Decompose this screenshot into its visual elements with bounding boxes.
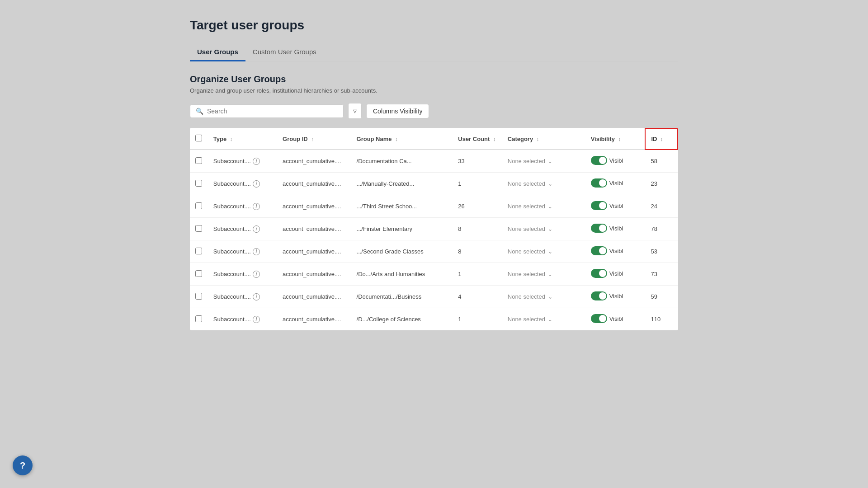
- toggle-switch[interactable]: [591, 269, 607, 278]
- row-category-cell[interactable]: None selected ⌄: [502, 173, 585, 195]
- visibility-toggle[interactable]: Visibl: [591, 178, 623, 188]
- row-group-name-cell: /Do.../Arts and Humanities: [351, 263, 453, 286]
- table-row: Subaccount.... i account_cumulative.... …: [190, 173, 678, 195]
- category-sort-icon: ↕: [537, 136, 539, 142]
- row-checkbox-cell[interactable]: [190, 286, 208, 308]
- header-id[interactable]: ID ↕: [645, 128, 678, 150]
- visibility-toggle[interactable]: Visibl: [591, 224, 623, 233]
- row-checkbox-cell[interactable]: [190, 218, 208, 240]
- row-category-cell[interactable]: None selected ⌄: [502, 240, 585, 263]
- row-group-name-cell: .../Manually-Created...: [351, 173, 453, 195]
- row-category-cell[interactable]: None selected ⌄: [502, 195, 585, 218]
- header-type[interactable]: Type ↕: [208, 128, 277, 150]
- row-checkbox[interactable]: [195, 315, 202, 322]
- type-value: Subaccount....: [213, 158, 251, 164]
- row-checkbox-cell[interactable]: [190, 150, 208, 173]
- row-category-cell[interactable]: None selected ⌄: [502, 150, 585, 173]
- type-value: Subaccount....: [213, 180, 251, 187]
- row-checkbox[interactable]: [195, 180, 202, 187]
- category-dropdown-arrow[interactable]: ⌄: [548, 316, 552, 323]
- row-id-cell: 110: [645, 308, 678, 331]
- row-checkbox[interactable]: [195, 248, 202, 254]
- category-dropdown-arrow[interactable]: ⌄: [548, 294, 552, 300]
- tab-custom-user-groups[interactable]: Custom User Groups: [245, 43, 324, 61]
- header-group-name[interactable]: Group Name ↕: [351, 128, 453, 150]
- header-user-count[interactable]: User Count ↕: [453, 128, 502, 150]
- category-dropdown-arrow[interactable]: ⌄: [548, 226, 552, 232]
- info-icon[interactable]: i: [253, 180, 260, 188]
- toggle-switch[interactable]: [591, 178, 607, 188]
- row-type-cell: Subaccount.... i: [208, 263, 277, 286]
- category-value: None selected: [508, 203, 545, 210]
- visibility-toggle[interactable]: Visibl: [591, 246, 623, 255]
- search-box: 🔍: [190, 104, 344, 118]
- visibility-toggle[interactable]: Visibl: [591, 291, 623, 300]
- row-type-cell: Subaccount.... i: [208, 286, 277, 308]
- visibility-toggle[interactable]: Visibl: [591, 156, 623, 165]
- visibility-label: Visibl: [609, 248, 623, 254]
- columns-visibility-button[interactable]: Columns Visibility: [366, 104, 429, 118]
- row-checkbox-cell[interactable]: [190, 173, 208, 195]
- section-description: Organize and group user roles, instituti…: [190, 87, 678, 94]
- info-icon[interactable]: i: [253, 158, 260, 165]
- tab-user-groups[interactable]: User Groups: [190, 43, 245, 61]
- row-checkbox-cell[interactable]: [190, 195, 208, 218]
- row-category-cell[interactable]: None selected ⌄: [502, 308, 585, 331]
- category-dropdown-arrow[interactable]: ⌄: [548, 203, 552, 210]
- row-user-count-cell: 33: [453, 150, 502, 173]
- toggle-switch[interactable]: [591, 156, 607, 165]
- row-checkbox-cell[interactable]: [190, 240, 208, 263]
- row-id-cell: 73: [645, 263, 678, 286]
- visibility-toggle[interactable]: Visibl: [591, 314, 623, 323]
- type-value: Subaccount....: [213, 203, 251, 210]
- row-group-name-cell: .../Finster Elementary: [351, 218, 453, 240]
- info-icon[interactable]: i: [253, 225, 260, 233]
- filter-button[interactable]: ▿: [348, 103, 362, 119]
- row-checkbox-cell[interactable]: [190, 308, 208, 331]
- category-dropdown-arrow[interactable]: ⌄: [548, 249, 552, 255]
- header-checkbox-col[interactable]: [190, 128, 208, 150]
- category-dropdown-arrow[interactable]: ⌄: [548, 271, 552, 277]
- row-checkbox[interactable]: [195, 293, 202, 300]
- header-visibility[interactable]: Visibility ↕: [585, 128, 646, 150]
- header-group-id[interactable]: Group ID ↑: [277, 128, 351, 150]
- row-checkbox[interactable]: [195, 202, 202, 209]
- group-name-sort-icon: ↕: [395, 136, 398, 142]
- row-category-cell[interactable]: None selected ⌄: [502, 286, 585, 308]
- row-checkbox[interactable]: [195, 157, 202, 164]
- category-value: None selected: [508, 180, 545, 187]
- row-user-count-cell: 26: [453, 195, 502, 218]
- table-row: Subaccount.... i account_cumulative.... …: [190, 286, 678, 308]
- header-category[interactable]: Category ↕: [502, 128, 585, 150]
- search-input[interactable]: [207, 108, 338, 115]
- id-value: 73: [651, 271, 657, 277]
- row-category-cell[interactable]: None selected ⌄: [502, 218, 585, 240]
- toggle-switch[interactable]: [591, 246, 607, 255]
- toggle-switch[interactable]: [591, 291, 607, 300]
- category-dropdown-arrow[interactable]: ⌄: [548, 181, 552, 187]
- info-icon[interactable]: i: [253, 316, 260, 323]
- toggle-switch[interactable]: [591, 314, 607, 323]
- info-icon[interactable]: i: [253, 293, 260, 300]
- row-group-id-cell: account_cumulative....: [277, 308, 351, 331]
- row-visibility-cell: Visibl: [585, 150, 646, 173]
- category-dropdown-arrow[interactable]: ⌄: [548, 158, 552, 164]
- toggle-switch[interactable]: [591, 201, 607, 210]
- row-checkbox[interactable]: [195, 270, 202, 277]
- user-count-value: 8: [458, 225, 461, 232]
- header-user-count-label: User Count: [458, 136, 490, 142]
- info-icon[interactable]: i: [253, 271, 260, 278]
- info-icon[interactable]: i: [253, 248, 260, 255]
- visibility-label: Visibl: [609, 157, 623, 164]
- row-user-count-cell: 4: [453, 286, 502, 308]
- row-category-cell[interactable]: None selected ⌄: [502, 263, 585, 286]
- select-all-checkbox[interactable]: [195, 135, 202, 141]
- info-icon[interactable]: i: [253, 203, 260, 210]
- visibility-toggle[interactable]: Visibl: [591, 201, 623, 210]
- toggle-switch[interactable]: [591, 224, 607, 233]
- row-checkbox-cell[interactable]: [190, 263, 208, 286]
- row-checkbox[interactable]: [195, 225, 202, 232]
- category-value: None selected: [508, 316, 545, 323]
- visibility-label: Visibl: [609, 180, 623, 187]
- visibility-toggle[interactable]: Visibl: [591, 269, 623, 278]
